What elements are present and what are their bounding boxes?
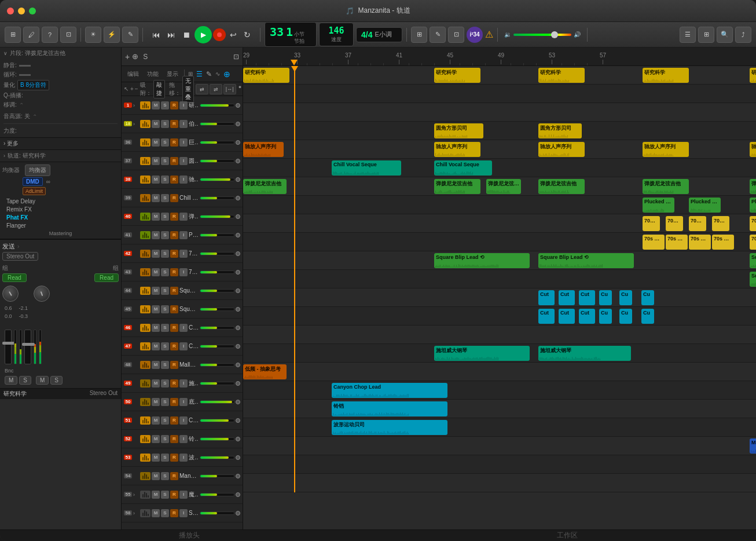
track-r-btn[interactable]: R [170, 101, 178, 109]
mode-btn-arrows[interactable]: ⇌ [210, 84, 222, 94]
toolbar-btn-6[interactable]: ⚡ [104, 27, 120, 43]
add-track-button[interactable]: + [125, 52, 130, 61]
track-s-btn[interactable]: S [161, 194, 169, 202]
more-button[interactable]: › 更多 [0, 138, 121, 150]
toolbar-btn-pencil[interactable]: ✎ [122, 27, 138, 43]
track-pan[interactable] [236, 474, 240, 478]
track-r-btn[interactable]: R [170, 398, 178, 406]
track-name[interactable]: 施坦威大钢琴 [189, 379, 199, 388]
track-pan[interactable] [236, 455, 240, 460]
track-name[interactable]: 底鼓 2 低频 - 抽象思考 [189, 398, 199, 406]
auto-btn[interactable]: ⊕ [223, 70, 230, 79]
track-header-row[interactable]: 49 MSRI 施坦威大钢琴 [122, 374, 243, 393]
track-s-btn[interactable]: S [161, 379, 169, 388]
clip[interactable]: 圆角方形贝司 [538, 123, 582, 138]
track-timeline-row[interactable]: Canyon Chop Lead [243, 381, 756, 400]
track-header-row[interactable]: 43 MSRI 70s Analog Lead Top [122, 263, 243, 282]
track-header-row[interactable]: 37 MSRI 圆角方形贝司 [122, 152, 243, 170]
clip[interactable]: Plucked Nylo [750, 198, 756, 213]
track-volume-mini[interactable] [200, 493, 234, 496]
clip[interactable]: Chill Vocal Seque [434, 160, 492, 176]
play-button[interactable]: ▶ [194, 26, 212, 43]
knob-1[interactable] [2, 286, 19, 302]
track-i-btn[interactable]: I [179, 379, 188, 388]
track-s-btn[interactable]: S [161, 287, 169, 295]
track-r-btn[interactable]: R [170, 416, 178, 425]
plugin-remix-fx[interactable]: Remix FX [5, 206, 116, 213]
track-name[interactable]: 70s Analog Lead Top [189, 269, 199, 275]
track-header-row[interactable]: 45 MSR Square Blip Lead Top [122, 300, 243, 319]
track-pan[interactable] [236, 492, 240, 497]
track-i-btn[interactable]: I [179, 342, 188, 350]
track-timeline-row[interactable]: 圆角方形贝司圆角方形贝司 [243, 122, 756, 140]
track-m-btn[interactable]: M [152, 250, 160, 258]
fader-1[interactable] [5, 330, 12, 364]
track-timeline-row[interactable]: 弹拨尼龙弦吉他弹拨尼龙弦吉他弹拨尼龙弦吉他弹拨尼龙弦吉他弹拨尼龙弦吉他弹拨尼龙弦… [243, 177, 756, 196]
cycle-button[interactable]: ↩ [227, 28, 240, 41]
clip[interactable]: 研究科学 [538, 68, 585, 83]
ms-s-2[interactable]: S [50, 376, 63, 385]
track-header-row[interactable]: 46 MSRI Cut Up Synth Bells [122, 319, 243, 337]
track-name[interactable]: Super Synths [189, 510, 199, 516]
track-header-row[interactable]: 48 MSR Mallet Vibes [122, 356, 243, 374]
clip[interactable]: 70s Ana [712, 235, 734, 250]
plugin-tape-delay[interactable]: Tape Delay [5, 198, 116, 205]
track-i-btn[interactable]: I [179, 268, 188, 276]
toolbar-btn-edit[interactable]: ✎ [430, 27, 446, 43]
clip[interactable]: 研究科学 [434, 68, 480, 83]
track-header-row[interactable]: 54 MSR Manzana FX [122, 467, 243, 485]
s-label[interactable]: S [143, 53, 148, 61]
track-name[interactable]: 巨大 808 低音 [189, 138, 199, 147]
track-pan[interactable] [236, 196, 240, 200]
track-volume-mini[interactable] [200, 178, 234, 181]
nudge-up[interactable]: + [130, 86, 134, 92]
track-header-row[interactable]: 38 MSRI 驰放人声序列 [122, 170, 243, 189]
track-volume-mini[interactable] [200, 196, 234, 200]
track-volume-mini[interactable] [200, 382, 234, 385]
quantize-value[interactable]: B 8分音符 [17, 80, 49, 90]
clip[interactable]: 驰放人声序列 [643, 142, 689, 157]
track-m-btn[interactable]: M [152, 138, 160, 147]
track-s-btn[interactable]: S [161, 342, 169, 350]
track-i-btn[interactable]: I [179, 398, 188, 406]
toolbar-btn-smart[interactable]: ⊡ [448, 27, 464, 43]
clip[interactable]: 驰放人声序列 [538, 142, 585, 157]
track-timeline-row[interactable]: Chill Vocal SequeChill Vocal Seque [243, 159, 756, 177]
plugin-phat-fx[interactable]: Phat FX [5, 214, 116, 221]
toolbar-btn-3[interactable]: ? [42, 27, 58, 43]
track-s-btn[interactable]: S [161, 120, 169, 128]
clip[interactable]: 低频 - 抽象思考 [243, 364, 287, 379]
track-name[interactable]: Cut Up Synth Bells Top [189, 343, 199, 349]
track-name[interactable]: Chill Vocal...ences Loop [179, 195, 199, 201]
track-s-btn[interactable]: S [161, 509, 169, 517]
track-m-btn[interactable]: M [152, 361, 160, 369]
sync-button[interactable]: ↻ [241, 28, 254, 41]
clip[interactable]: Chill Vocal Seque [332, 160, 401, 176]
track-timeline-row[interactable]: 研究科学研究科学研究科学研究科学研究科学 [243, 66, 756, 85]
track-volume-mini[interactable] [200, 122, 234, 126]
track-r-btn[interactable]: R [170, 176, 178, 184]
track-volume-mini[interactable] [200, 456, 234, 459]
track-volume-mini[interactable] [200, 400, 234, 404]
clip[interactable]: 施坦威大钢琴 [434, 346, 530, 361]
ms-m-1[interactable]: M [5, 376, 17, 385]
clip[interactable]: 70年代 [750, 216, 756, 231]
track-header-row[interactable]: 55 › MSRI 魔音琴 [122, 485, 243, 504]
track-m-btn[interactable]: M [152, 231, 160, 239]
track-m-btn[interactable]: M [152, 379, 160, 388]
track-name[interactable]: 圆角方形贝司 [189, 157, 199, 165]
tempo-display[interactable]: 146 速度 [319, 23, 354, 46]
toolbar-btn-5[interactable]: ☀ [85, 27, 101, 43]
clip[interactable]: Manzana FX [750, 438, 756, 454]
track-volume-mini[interactable] [200, 511, 234, 515]
clip[interactable]: Plucked Nylon Gu [689, 198, 721, 213]
track-s-btn[interactable]: S [161, 250, 169, 258]
track-m-btn[interactable]: M [152, 454, 160, 462]
clip[interactable]: Cut [559, 309, 575, 324]
track-expand[interactable]: › [133, 492, 139, 498]
clip[interactable]: 70年代 [689, 216, 706, 231]
read-btn[interactable]: Read [2, 273, 27, 282]
track-i-btn[interactable]: I [179, 120, 188, 128]
track-r-btn[interactable]: R [170, 305, 178, 313]
track-m-btn[interactable]: M [152, 120, 160, 128]
